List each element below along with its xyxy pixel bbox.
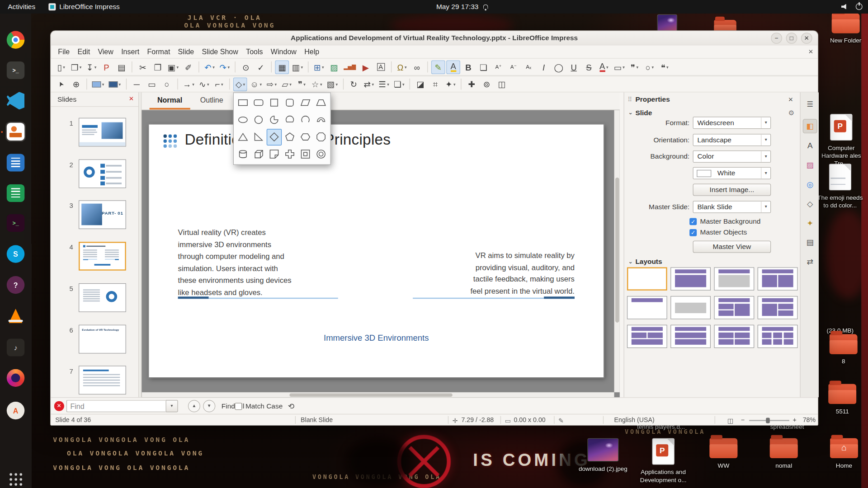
horizontal-scrollbar[interactable] (142, 392, 614, 397)
sidebar-tab-master-slides[interactable]: ▤ (803, 235, 817, 249)
slide-thumbnail-6[interactable]: Evolution of VR Technology (79, 325, 126, 354)
master-background-checkbox[interactable]: ✓ Master Background (689, 217, 760, 225)
toolbar-copy[interactable]: ❐ (151, 60, 165, 74)
master-objects-checkbox[interactable]: ✓ Master Objects (689, 229, 747, 236)
shape-rectangle[interactable] (236, 94, 250, 111)
toolbar-flip[interactable]: ⇄▾ (362, 77, 376, 91)
desktop-icon-home[interactable]: ⌂Home (817, 438, 868, 469)
search-input[interactable] (66, 400, 166, 412)
shape-frame[interactable] (298, 146, 313, 163)
desktop-icon-download-jpeg[interactable]: download (2).jpeg (576, 438, 630, 473)
document-close-icon[interactable]: ✕ (808, 48, 813, 56)
slide-editing-surface[interactable]: Definition and Basic Principles Virtual … (148, 124, 604, 378)
shape-arc[interactable] (298, 112, 313, 128)
desktop-icon-folder-8[interactable]: 8 (821, 334, 866, 366)
slide-thumbnail-2[interactable] (79, 160, 126, 188)
master-slide-select[interactable]: Blank Slide ▾ (693, 201, 771, 213)
slide-thumbnail-7[interactable] (79, 366, 126, 394)
zoom-out-icon[interactable]: − (741, 417, 745, 423)
background-select[interactable]: Color ▾ (693, 150, 771, 163)
shape-block-arc[interactable] (314, 112, 329, 128)
power-icon[interactable] (856, 3, 863, 10)
toolbar-decrease-font[interactable]: A⁻ (506, 60, 520, 74)
sidebar-menu-icon[interactable]: ☰ (803, 97, 817, 111)
toolbar-filter[interactable]: ✦▾ (443, 77, 458, 91)
shape-circle-segment[interactable] (283, 112, 297, 128)
shape-hexagon[interactable] (298, 129, 313, 145)
toolbar-print[interactable]: ▤ (114, 60, 128, 74)
close-button[interactable]: ✕ (801, 33, 812, 43)
slide-thumbnail-1[interactable] (79, 118, 126, 147)
toolbar-paste[interactable]: ▣▾ (166, 60, 180, 74)
toolbar-spelling[interactable]: ✓ (254, 60, 268, 74)
toolbar-display-views[interactable]: ▥▾ (290, 60, 305, 74)
toolbar-insert-comment[interactable]: ❝▾ (658, 60, 672, 74)
shape-right-triangle[interactable] (251, 129, 266, 145)
menu-window[interactable]: Window (267, 47, 300, 57)
format-select[interactable]: Widescreen ▾ (693, 117, 771, 129)
toolbar-display-grid[interactable]: ▦ (275, 60, 289, 74)
master-view-button[interactable]: Master View (693, 241, 771, 253)
dock-item-skype[interactable]: S (5, 244, 25, 264)
dock-item-calc[interactable] (5, 183, 25, 203)
slide-thumbnail-3[interactable]: PART- 01 (79, 200, 126, 229)
shape-rounded-rectangle[interactable] (251, 94, 266, 111)
layouts-section-header[interactable]: ⌄ Layouts (624, 256, 800, 267)
toolbar-cut[interactable]: ✂ (136, 60, 150, 74)
tab-outline[interactable]: Outline (192, 92, 231, 109)
toolbar-callout-shapes[interactable]: ❞▾ (295, 77, 309, 91)
dock-item-firefox[interactable] (5, 368, 25, 388)
toolbar-redo[interactable]: ↷▾ (217, 60, 231, 74)
toolbar-insert-callout[interactable]: ❞▾ (627, 60, 642, 74)
shape-cross[interactable] (283, 146, 297, 163)
activities-button[interactable]: Activities (8, 3, 35, 10)
sidebar-tab-shapes[interactable]: ◇ (803, 197, 817, 211)
menu-slide[interactable]: Slide (174, 47, 198, 57)
desktop-icon-ww[interactable]: WW (697, 438, 750, 469)
layout-two-content-over-content[interactable] (627, 325, 667, 348)
shape-diamond[interactable] (267, 129, 282, 145)
toolbar-rotate[interactable]: ↻ (347, 77, 361, 91)
menu-slide-show[interactable]: Slide Show (198, 47, 242, 57)
desktop-icon-new-folder[interactable]: New Folder (821, 13, 868, 44)
toolbar-connectors[interactable]: ⌐▾ (212, 77, 226, 91)
toolbar-lines-and-arrows[interactable]: →▾ (181, 77, 196, 91)
layout-centered-text[interactable] (670, 296, 711, 319)
vertical-scrollbar[interactable] (614, 110, 620, 392)
toolbar-export-pdf[interactable]: P (99, 60, 113, 74)
toolbar-undo[interactable]: ↶▾ (203, 60, 217, 74)
toolbar-symbol-shapes[interactable]: ☺▾ (248, 77, 263, 91)
gear-icon[interactable]: ⚙ (788, 108, 794, 118)
shape-circle-pie[interactable] (267, 112, 282, 128)
layout-six-content[interactable] (758, 325, 798, 348)
insert-image-button[interactable]: Insert Image... (693, 184, 771, 196)
tab-normal[interactable]: Normal (150, 92, 190, 109)
shape-rounded-square[interactable] (283, 94, 297, 111)
status-zoom-level[interactable]: 78% (803, 417, 816, 423)
toolbar-show-draw-functions[interactable]: ✎ (431, 60, 445, 74)
fit-slide-icon[interactable]: ◫ (727, 417, 733, 424)
sidebar-tab-styles[interactable]: A (803, 138, 817, 153)
zoom-in-icon[interactable]: + (793, 417, 796, 423)
slide-thumbnail-4[interactable] (79, 242, 126, 271)
toolbar-insert-table[interactable]: ⊞▾ (312, 60, 326, 74)
toolbar-new[interactable]: ▯▾ (54, 60, 68, 74)
toolbar-ellipse[interactable]: ○ (160, 77, 174, 91)
match-case-checkbox[interactable] (235, 403, 242, 410)
toolbar-basic-shapes[interactable]: ◇▾ (233, 77, 247, 91)
toolbar-select[interactable]: ➤ (54, 77, 68, 91)
toolbar-clone-formatting[interactable]: ✐ (181, 60, 195, 74)
shape-cylinder[interactable] (236, 146, 250, 163)
toolbar-line-color[interactable]: ▾ (107, 77, 123, 91)
clock[interactable]: May 29 17:33 (436, 3, 478, 10)
toolbar-character-highlighting[interactable]: A (446, 60, 460, 74)
menu-file[interactable]: File (54, 47, 74, 57)
layout-title-two-content[interactable] (758, 267, 798, 290)
toolbar-insert-line[interactable]: ─ (130, 77, 144, 91)
dock-item-vlc[interactable] (5, 306, 25, 326)
toolbar-insert-special-character[interactable]: Ω▾ (395, 60, 409, 74)
slide-left-paragraph[interactable]: Virtual reality (VR) creates immersive 3… (178, 227, 297, 299)
sidebar-tab-properties[interactable]: ◧ (803, 119, 817, 133)
desktop-icon-app-dev-ppt[interactable]: PApplications and Development o... (637, 438, 690, 484)
maximize-button[interactable]: □ (786, 33, 797, 43)
